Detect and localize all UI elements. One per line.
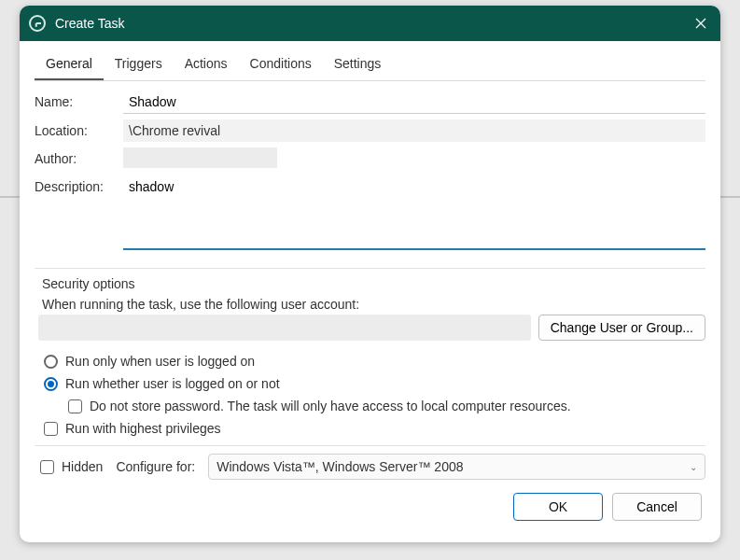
name-label: Name:: [35, 91, 123, 113]
description-input[interactable]: [123, 175, 705, 250]
configure-for-label: Configure for:: [116, 459, 195, 474]
configure-for-select[interactable]: Windows Vista™, Windows Server™ 2008 ⌄: [208, 454, 705, 480]
checkbox-icon: [40, 460, 54, 474]
location-value: \Chrome revival: [123, 119, 705, 142]
author-label: Author:: [35, 147, 123, 170]
name-input[interactable]: [123, 91, 705, 114]
close-button[interactable]: [691, 13, 711, 34]
tab-triggers[interactable]: Triggers: [104, 49, 174, 80]
account-prompt: When running the task, use the following…: [35, 297, 705, 312]
configure-for-value: Windows Vista™, Windows Server™ 2008: [216, 459, 463, 474]
tab-general[interactable]: General: [35, 49, 104, 80]
checkbox-icon: [68, 399, 82, 413]
titlebar: Create Task: [20, 6, 720, 41]
radio-label: Run whether user is logged on or not: [65, 376, 280, 391]
radio-run-whether[interactable]: Run whether user is logged on or not: [35, 372, 705, 395]
user-account-field: [38, 315, 531, 341]
radio-icon: [44, 377, 58, 391]
checkbox-no-store-password[interactable]: Do not store password. The task will onl…: [35, 395, 705, 417]
clock-icon: [29, 15, 46, 32]
ok-button[interactable]: OK: [513, 493, 603, 521]
tab-actions[interactable]: Actions: [174, 49, 239, 80]
checkbox-label: Hidden: [62, 459, 103, 474]
description-label: Description:: [35, 175, 123, 198]
close-icon: [695, 18, 706, 29]
radio-label: Run only when user is logged on: [65, 354, 255, 369]
chevron-down-icon: ⌄: [690, 462, 697, 472]
window-title: Create Task: [55, 16, 124, 31]
tabs: General Triggers Actions Conditions Sett…: [35, 49, 705, 81]
security-heading: Security options: [35, 276, 705, 291]
tab-settings[interactable]: Settings: [323, 49, 393, 80]
checkbox-label: Run with highest privileges: [65, 421, 221, 436]
location-label: Location:: [35, 119, 123, 142]
checkbox-icon: [44, 422, 58, 436]
create-task-dialog: Create Task General Triggers Actions Con…: [20, 6, 720, 542]
checkbox-highest-privileges[interactable]: Run with highest privileges: [35, 417, 705, 440]
author-value: [123, 147, 277, 168]
checkbox-hidden[interactable]: Hidden: [40, 455, 103, 478]
tab-conditions[interactable]: Conditions: [239, 49, 323, 80]
radio-icon: [44, 355, 58, 369]
change-user-button[interactable]: Change User or Group...: [538, 315, 705, 341]
radio-run-logged-on[interactable]: Run only when user is logged on: [35, 350, 705, 372]
cancel-button[interactable]: Cancel: [612, 493, 702, 521]
checkbox-label: Do not store password. The task will onl…: [90, 399, 571, 413]
